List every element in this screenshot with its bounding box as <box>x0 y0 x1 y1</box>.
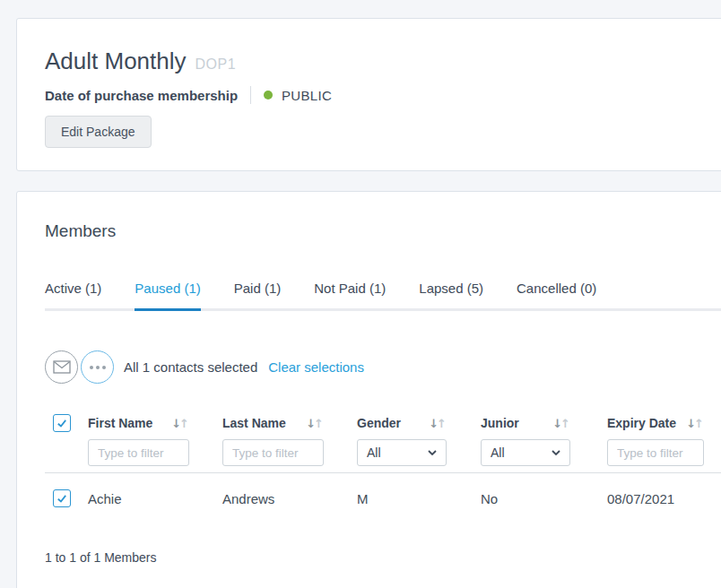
tab-active[interactable]: Active (1) <box>45 281 101 311</box>
column-label: Gender <box>357 416 401 430</box>
email-icon <box>53 360 71 374</box>
table-header-labels-row: First Name ↓↑ Last Name ↓↑ Gender ↓↑ Jun… <box>45 414 721 432</box>
column-header-first-name: First Name ↓↑ <box>88 416 189 430</box>
column-label: Expiry Date <box>607 416 676 430</box>
cell-expiry-date: 08/07/2021 <box>607 491 721 506</box>
page-title: Adult Monthly <box>45 48 187 75</box>
row-checkbox[interactable] <box>53 489 71 507</box>
package-subtitle-row: Date of purchase membership PUBLIC <box>45 86 721 104</box>
ellipsis-icon <box>90 366 106 369</box>
tab-paid[interactable]: Paid (1) <box>234 281 282 311</box>
sort-icon[interactable]: ↓↑ <box>171 417 189 430</box>
tab-paused[interactable]: Paused (1) <box>135 281 200 311</box>
package-title-row: Adult Monthly DOP1 <box>45 48 721 75</box>
chevron-down-icon <box>428 450 437 455</box>
package-subtitle: Date of purchase membership <box>45 88 238 103</box>
cell-gender: M <box>357 491 481 506</box>
more-options-button[interactable] <box>81 350 114 384</box>
tab-lapsed[interactable]: Lapsed (5) <box>419 281 483 311</box>
gender-filter-select[interactable]: All <box>357 439 447 466</box>
last-name-filter-input[interactable] <box>222 439 324 466</box>
members-card: Members Active (1) Paused (1) Paid (1) N… <box>16 191 721 588</box>
sort-icon[interactable]: ↓↑ <box>429 417 447 430</box>
first-name-filter-input[interactable] <box>88 439 189 466</box>
select-all-checkbox[interactable] <box>53 414 71 432</box>
status-dot-icon <box>264 91 273 99</box>
cell-junior: No <box>481 491 607 506</box>
table-header: First Name ↓↑ Last Name ↓↑ Gender ↓↑ Jun… <box>45 414 721 473</box>
vertical-divider <box>250 86 251 104</box>
table-footer-count: 1 to 1 of 1 Members <box>45 550 721 565</box>
sort-icon[interactable]: ↓↑ <box>552 417 570 430</box>
package-code: DOP1 <box>195 56 237 73</box>
sort-icon[interactable]: ↓↑ <box>686 417 704 430</box>
status-badge: PUBLIC <box>282 88 332 103</box>
selection-toolbar: All 1 contacts selected Clear selections <box>45 350 721 384</box>
tab-cancelled[interactable]: Cancelled (0) <box>517 281 596 311</box>
table-row: Achie Andrews M No 08/07/2021 <box>45 473 721 523</box>
junior-filter-select[interactable]: All <box>481 439 570 466</box>
cell-first-name: Achie <box>88 491 222 506</box>
cell-last-name: Andrews <box>222 491 357 506</box>
column-label: Last Name <box>222 416 286 430</box>
check-icon <box>56 417 68 429</box>
members-heading: Members <box>45 221 721 241</box>
sort-icon[interactable]: ↓↑ <box>306 417 324 430</box>
selected-count-text: All 1 contacts selected <box>124 359 257 375</box>
members-tabs: Active (1) Paused (1) Paid (1) Not Paid … <box>45 281 721 311</box>
expiry-date-filter-input[interactable] <box>607 439 704 466</box>
column-header-gender: Gender ↓↑ <box>357 416 447 430</box>
column-header-last-name: Last Name ↓↑ <box>222 416 324 430</box>
check-icon <box>56 492 68 505</box>
email-button[interactable] <box>45 350 78 384</box>
table-filter-row: All All <box>45 439 721 466</box>
chevron-down-icon <box>552 450 560 455</box>
column-header-junior: Junior ↓↑ <box>481 416 570 430</box>
column-label: Junior <box>481 416 519 430</box>
edit-package-button[interactable]: Edit Package <box>45 116 152 148</box>
package-card: Adult Monthly DOP1 Date of purchase memb… <box>16 18 721 171</box>
column-label: First Name <box>88 416 152 430</box>
clear-selections-link[interactable]: Clear selections <box>268 359 364 375</box>
column-header-expiry-date: Expiry Date ↓↑ <box>607 416 704 430</box>
tab-not-paid[interactable]: Not Paid (1) <box>314 281 386 311</box>
